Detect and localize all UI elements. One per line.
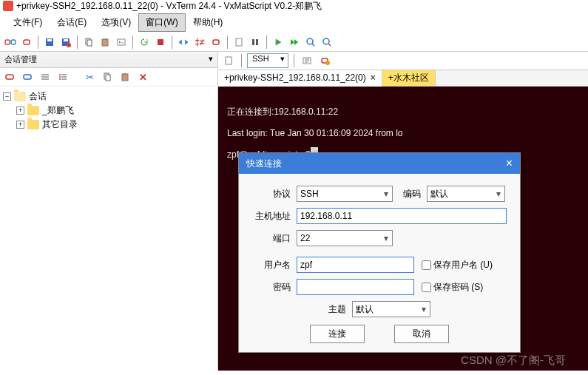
link-icon[interactable]: [19, 35, 34, 50]
theme-select[interactable]: 默认: [352, 301, 430, 317]
tree-item-label: 其它目录: [42, 118, 78, 131]
svg-point-22: [59, 74, 61, 75]
menu-session[interactable]: 会话(E): [50, 13, 94, 32]
toolbar-separator: [241, 54, 242, 67]
tool-icon[interactable]: [317, 53, 332, 68]
stop-icon[interactable]: [153, 35, 168, 50]
terminal-line: Last login: Tue Jan 30 01:16:09 2024 fro…: [227, 128, 403, 138]
link-red-icon[interactable]: [3, 70, 16, 84]
toolbar-separator: [172, 36, 172, 49]
list-dots-icon[interactable]: [56, 70, 70, 84]
play-icon[interactable]: [271, 35, 285, 50]
paste-icon[interactable]: [98, 35, 112, 50]
expand-icon[interactable]: +: [16, 107, 24, 115]
proto-label: 协议: [251, 188, 297, 200]
port-select[interactable]: 22: [297, 230, 393, 246]
sidebar-toolbar: ✂ ✕: [0, 68, 217, 87]
notequal-icon[interactable]: ‡≠: [192, 35, 207, 50]
svg-rect-11: [104, 38, 107, 40]
content-toolbar: SSH: [218, 52, 588, 70]
tab-label: +privkey-SSH2_192.168.0.11_22(0): [224, 72, 366, 83]
folder-open-icon: [14, 92, 26, 101]
save-red-icon[interactable]: [58, 35, 73, 50]
toolbar-separator: [294, 54, 294, 67]
search-icon[interactable]: [303, 35, 318, 50]
menu-help[interactable]: 帮助(H): [186, 13, 231, 32]
menubar: 文件(F) 会话(E) 选项(V) 窗口(W) 帮助(H): [0, 12, 588, 33]
links-icon[interactable]: [3, 35, 18, 50]
folder-icon: [27, 106, 39, 115]
svg-rect-9: [87, 40, 92, 46]
svg-rect-4: [47, 39, 52, 41]
menu-file[interactable]: 文件(F): [6, 13, 50, 32]
svg-point-18: [307, 38, 313, 44]
svg-rect-21: [24, 75, 31, 79]
list-lines-icon[interactable]: [38, 70, 52, 84]
dialog-body: 协议 SSH 编码 默认 主机地址 端口 22 用户名 保存用户名 (U) 密码…: [239, 174, 520, 352]
link-blue-icon[interactable]: [21, 70, 34, 84]
svg-rect-16: [252, 39, 254, 45]
connect-button[interactable]: 连接: [310, 325, 365, 343]
quick-connect-dialog: 快速连接 × 协议 SSH 编码 默认 主机地址 端口 22 用户名 保存用户名…: [238, 152, 521, 353]
save-pass-label: 保存密码 (S): [433, 281, 483, 294]
script-icon[interactable]: [114, 35, 129, 50]
svg-rect-20: [6, 75, 13, 79]
delete-icon[interactable]: ✕: [136, 70, 149, 84]
tree-item-label: _郑鹏飞: [42, 104, 74, 117]
svg-rect-29: [226, 57, 232, 64]
dialog-title: 快速连接: [246, 158, 282, 170]
svg-rect-0: [5, 40, 10, 44]
save-user-checkbox[interactable]: [422, 260, 431, 270]
replace-icon[interactable]: [320, 35, 334, 50]
toolbar-separator: [227, 36, 228, 49]
playall-icon[interactable]: [287, 35, 302, 50]
collapse-icon[interactable]: −: [3, 92, 11, 101]
host-input[interactable]: [297, 208, 507, 224]
proto-select[interactable]: SSH: [297, 186, 393, 202]
tree-item[interactable]: + 其它目录: [16, 118, 214, 132]
dialog-titlebar[interactable]: 快速连接 ×: [239, 153, 520, 174]
svg-point-23: [59, 76, 61, 78]
new-icon[interactable]: [232, 35, 246, 50]
pause-icon[interactable]: [248, 35, 263, 50]
protocol-select[interactable]: SSH: [247, 53, 288, 68]
doc-icon[interactable]: [221, 53, 236, 68]
save-pass-checkbox[interactable]: [422, 283, 431, 292]
pass-input[interactable]: [297, 279, 414, 295]
window-titlebar: +privkey-SSH2_192.168.0.11_22(0) - VxTer…: [0, 0, 588, 12]
close-icon[interactable]: ×: [506, 157, 513, 170]
window-title: +privkey-SSH2_192.168.0.11_22(0) - VxTer…: [16, 0, 322, 13]
arrows-icon[interactable]: [176, 35, 191, 50]
copy-icon[interactable]: [81, 35, 96, 50]
props-icon[interactable]: [300, 53, 314, 68]
menu-window[interactable]: 窗口(W): [138, 13, 185, 32]
expand-icon[interactable]: +: [16, 121, 24, 129]
tab-active[interactable]: +privkey-SSH2_192.168.0.11_22(0) ×: [218, 70, 382, 87]
encoding-label: 编码: [393, 188, 427, 200]
tab-other[interactable]: +水木社区: [382, 70, 436, 86]
cut-icon[interactable]: ✂: [83, 70, 96, 84]
svg-rect-26: [106, 75, 110, 81]
menu-options[interactable]: 选项(V): [94, 13, 138, 32]
tree-item[interactable]: + _郑鹏飞: [16, 104, 214, 118]
tabstrip: +privkey-SSH2_192.168.0.11_22(0) × +水木社区: [218, 70, 588, 87]
save-icon[interactable]: [42, 35, 57, 50]
tree-root[interactable]: − 会话: [3, 89, 214, 104]
svg-rect-27: [122, 74, 128, 81]
user-input[interactable]: [297, 257, 414, 273]
encoding-select[interactable]: 默认: [427, 186, 505, 202]
svg-point-19: [323, 38, 329, 44]
link2-icon[interactable]: [209, 35, 223, 50]
cancel-button[interactable]: 取消: [394, 325, 449, 343]
svg-rect-10: [102, 39, 108, 46]
paste2-icon[interactable]: [118, 70, 132, 84]
sidebar: 会话管理 ✂ ✕ − 会话 + _郑鹏飞 +: [0, 52, 218, 371]
copy2-icon[interactable]: [101, 70, 114, 84]
save-user-label: 保存用户名 (U): [433, 259, 493, 271]
sidebar-title[interactable]: 会话管理: [0, 52, 217, 68]
toolbar-separator: [266, 36, 267, 49]
refresh-icon[interactable]: [137, 35, 152, 50]
close-icon[interactable]: ×: [371, 72, 376, 83]
svg-rect-14: [213, 40, 219, 44]
toolbar-separator: [132, 36, 133, 49]
